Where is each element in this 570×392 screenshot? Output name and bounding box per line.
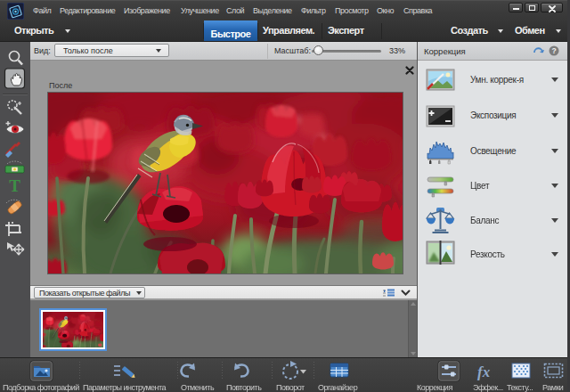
svg-text:T: T [9,176,20,195]
svg-text:fx: fx [477,363,491,380]
svg-text:?: ? [551,46,556,55]
